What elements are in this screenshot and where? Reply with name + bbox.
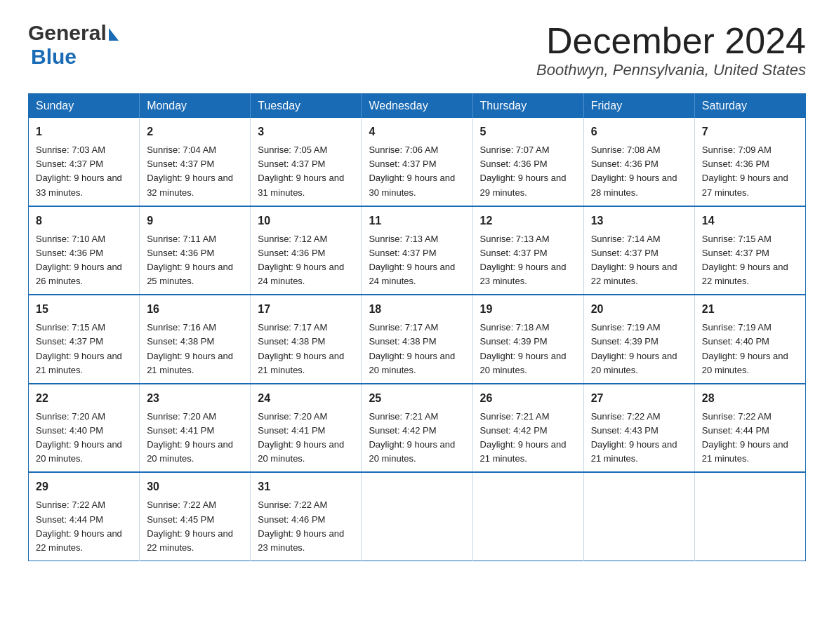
calendar-day-cell: 10Sunrise: 7:12 AMSunset: 4:36 PMDayligh… — [251, 206, 362, 295]
calendar-day-cell: 25Sunrise: 7:21 AMSunset: 4:42 PMDayligh… — [362, 384, 472, 473]
day-info: Sunrise: 7:03 AMSunset: 4:37 PMDaylight:… — [36, 145, 122, 197]
calendar-day-header: Thursday — [472, 94, 583, 119]
day-info: Sunrise: 7:09 AMSunset: 4:36 PMDaylight:… — [702, 145, 788, 197]
day-info: Sunrise: 7:10 AMSunset: 4:36 PMDaylight:… — [36, 234, 122, 286]
calendar-day-cell: 19Sunrise: 7:18 AMSunset: 4:39 PMDayligh… — [472, 295, 583, 384]
calendar-day-cell: 2Sunrise: 7:04 AMSunset: 4:37 PMDaylight… — [140, 118, 251, 206]
day-number: 28 — [702, 390, 798, 407]
month-title: December 2024 — [536, 21, 806, 61]
day-number: 24 — [258, 390, 354, 407]
calendar-day-cell: 1Sunrise: 7:03 AMSunset: 4:37 PMDaylight… — [29, 118, 140, 206]
calendar-day-cell: 7Sunrise: 7:09 AMSunset: 4:36 PMDaylight… — [694, 118, 805, 206]
calendar-day-cell: 18Sunrise: 7:17 AMSunset: 4:38 PMDayligh… — [362, 295, 472, 384]
day-number: 2 — [147, 123, 243, 140]
day-info: Sunrise: 7:14 AMSunset: 4:37 PMDaylight:… — [591, 234, 677, 286]
calendar-day-cell — [694, 472, 805, 561]
day-number: 12 — [480, 213, 576, 229]
day-number: 13 — [591, 213, 687, 229]
day-number: 17 — [258, 301, 354, 318]
day-number: 22 — [36, 390, 132, 407]
day-number: 31 — [258, 478, 354, 495]
day-number: 29 — [36, 478, 132, 495]
calendar-day-cell: 24Sunrise: 7:20 AMSunset: 4:41 PMDayligh… — [251, 384, 362, 473]
day-number: 30 — [147, 478, 243, 495]
calendar-day-cell: 5Sunrise: 7:07 AMSunset: 4:36 PMDaylight… — [472, 118, 583, 206]
calendar-day-header: Sunday — [29, 94, 140, 119]
day-info: Sunrise: 7:21 AMSunset: 4:42 PMDaylight:… — [369, 411, 455, 464]
calendar-day-cell: 26Sunrise: 7:21 AMSunset: 4:42 PMDayligh… — [472, 384, 583, 473]
day-info: Sunrise: 7:20 AMSunset: 4:40 PMDaylight:… — [36, 411, 122, 464]
calendar-day-cell: 23Sunrise: 7:20 AMSunset: 4:41 PMDayligh… — [140, 384, 251, 473]
day-number: 9 — [147, 213, 243, 229]
day-info: Sunrise: 7:15 AMSunset: 4:37 PMDaylight:… — [702, 234, 788, 286]
day-number: 20 — [591, 301, 687, 318]
calendar-day-cell — [362, 472, 472, 561]
calendar-day-cell: 16Sunrise: 7:16 AMSunset: 4:38 PMDayligh… — [140, 295, 251, 384]
calendar-day-cell: 17Sunrise: 7:17 AMSunset: 4:38 PMDayligh… — [251, 295, 362, 384]
calendar-day-cell: 9Sunrise: 7:11 AMSunset: 4:36 PMDaylight… — [140, 206, 251, 295]
calendar-day-cell: 20Sunrise: 7:19 AMSunset: 4:39 PMDayligh… — [583, 295, 694, 384]
calendar-day-header: Monday — [140, 94, 251, 119]
calendar-day-cell: 13Sunrise: 7:14 AMSunset: 4:37 PMDayligh… — [583, 206, 694, 295]
day-number: 23 — [147, 390, 243, 407]
day-number: 26 — [480, 390, 576, 407]
calendar-day-header: Saturday — [694, 94, 805, 119]
day-info: Sunrise: 7:08 AMSunset: 4:36 PMDaylight:… — [591, 145, 677, 197]
day-info: Sunrise: 7:13 AMSunset: 4:37 PMDaylight:… — [369, 234, 455, 286]
day-info: Sunrise: 7:20 AMSunset: 4:41 PMDaylight:… — [258, 411, 344, 464]
day-number: 27 — [591, 390, 687, 407]
day-info: Sunrise: 7:16 AMSunset: 4:38 PMDaylight:… — [147, 322, 233, 375]
day-info: Sunrise: 7:19 AMSunset: 4:40 PMDaylight:… — [702, 322, 788, 375]
calendar-day-cell: 28Sunrise: 7:22 AMSunset: 4:44 PMDayligh… — [694, 384, 805, 473]
day-info: Sunrise: 7:12 AMSunset: 4:36 PMDaylight:… — [258, 234, 344, 286]
calendar-day-cell: 15Sunrise: 7:15 AMSunset: 4:37 PMDayligh… — [29, 295, 140, 384]
logo-blue-text: Blue — [31, 45, 77, 68]
day-info: Sunrise: 7:07 AMSunset: 4:36 PMDaylight:… — [480, 145, 567, 197]
day-number: 14 — [702, 213, 798, 229]
day-info: Sunrise: 7:11 AMSunset: 4:36 PMDaylight:… — [147, 234, 233, 286]
day-info: Sunrise: 7:06 AMSunset: 4:37 PMDaylight:… — [369, 145, 455, 197]
day-info: Sunrise: 7:17 AMSunset: 4:38 PMDaylight:… — [258, 322, 344, 375]
calendar-day-header: Wednesday — [362, 94, 472, 119]
day-number: 4 — [369, 123, 465, 140]
day-info: Sunrise: 7:04 AMSunset: 4:37 PMDaylight:… — [147, 145, 233, 197]
day-number: 18 — [369, 301, 465, 318]
calendar-day-cell: 14Sunrise: 7:15 AMSunset: 4:37 PMDayligh… — [694, 206, 805, 295]
day-number: 7 — [702, 123, 798, 140]
calendar-day-cell: 22Sunrise: 7:20 AMSunset: 4:40 PMDayligh… — [29, 384, 140, 473]
day-number: 8 — [36, 213, 132, 229]
day-number: 19 — [480, 301, 576, 318]
day-number: 3 — [258, 123, 354, 140]
calendar-day-cell: 21Sunrise: 7:19 AMSunset: 4:40 PMDayligh… — [694, 295, 805, 384]
day-info: Sunrise: 7:20 AMSunset: 4:41 PMDaylight:… — [147, 411, 233, 464]
calendar-table: SundayMondayTuesdayWednesdayThursdayFrid… — [28, 93, 806, 561]
calendar-day-cell: 4Sunrise: 7:06 AMSunset: 4:37 PMDaylight… — [362, 118, 472, 206]
calendar-day-cell: 3Sunrise: 7:05 AMSunset: 4:37 PMDaylight… — [251, 118, 362, 206]
day-info: Sunrise: 7:22 AMSunset: 4:44 PMDaylight:… — [36, 499, 122, 552]
day-number: 11 — [369, 213, 465, 229]
day-info: Sunrise: 7:22 AMSunset: 4:44 PMDaylight:… — [702, 411, 788, 464]
logo-general-text: General — [28, 21, 107, 45]
day-info: Sunrise: 7:18 AMSunset: 4:39 PMDaylight:… — [480, 322, 567, 375]
day-info: Sunrise: 7:22 AMSunset: 4:46 PMDaylight:… — [258, 499, 344, 552]
day-info: Sunrise: 7:22 AMSunset: 4:43 PMDaylight:… — [591, 411, 677, 464]
calendar-week-row: 15Sunrise: 7:15 AMSunset: 4:37 PMDayligh… — [29, 295, 806, 384]
calendar-day-header: Friday — [583, 94, 694, 119]
day-number: 16 — [147, 301, 243, 318]
location-subtitle: Boothwyn, Pennsylvania, United States — [536, 61, 806, 79]
calendar-week-row: 1Sunrise: 7:03 AMSunset: 4:37 PMDaylight… — [29, 118, 806, 206]
day-info: Sunrise: 7:05 AMSunset: 4:37 PMDaylight:… — [258, 145, 344, 197]
calendar-day-header: Tuesday — [251, 94, 362, 119]
day-number: 15 — [36, 301, 132, 318]
calendar-day-cell: 8Sunrise: 7:10 AMSunset: 4:36 PMDaylight… — [29, 206, 140, 295]
day-info: Sunrise: 7:13 AMSunset: 4:37 PMDaylight:… — [480, 234, 567, 286]
calendar-day-cell: 12Sunrise: 7:13 AMSunset: 4:37 PMDayligh… — [472, 206, 583, 295]
calendar-day-cell: 11Sunrise: 7:13 AMSunset: 4:37 PMDayligh… — [362, 206, 472, 295]
calendar-day-cell: 6Sunrise: 7:08 AMSunset: 4:36 PMDaylight… — [583, 118, 694, 206]
day-number: 10 — [258, 213, 354, 229]
day-info: Sunrise: 7:22 AMSunset: 4:45 PMDaylight:… — [147, 499, 233, 552]
calendar-day-cell: 29Sunrise: 7:22 AMSunset: 4:44 PMDayligh… — [29, 472, 140, 561]
calendar-day-cell — [472, 472, 583, 561]
calendar-week-row: 8Sunrise: 7:10 AMSunset: 4:36 PMDaylight… — [29, 206, 806, 295]
day-info: Sunrise: 7:17 AMSunset: 4:38 PMDaylight:… — [369, 322, 455, 375]
